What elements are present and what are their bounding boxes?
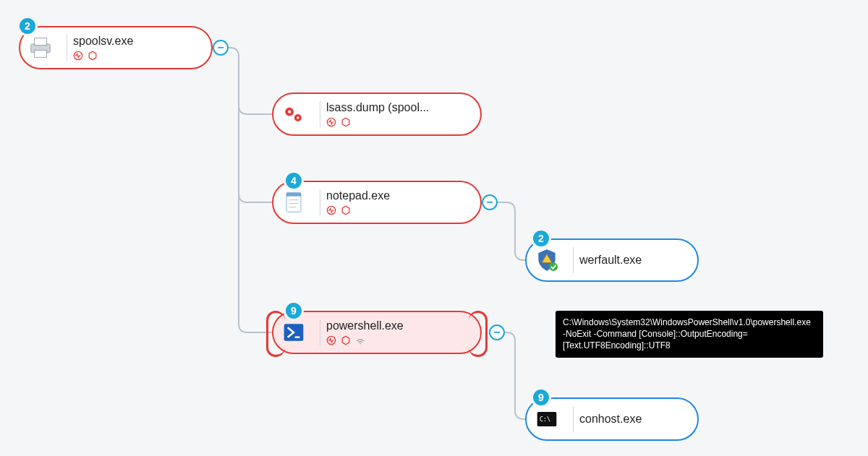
pulse-icon (73, 51, 83, 61)
svg-rect-12 (286, 193, 301, 197)
node-label: notepad.exe (326, 189, 390, 202)
highlight-arc-right-icon (469, 311, 488, 357)
node-conhost[interactable]: C:\ conhost.exe (525, 397, 699, 441)
svg-marker-23 (342, 336, 349, 344)
svg-marker-17 (342, 206, 349, 214)
node-label: powershell.exe (326, 319, 404, 332)
terminal-icon: C:\ (531, 403, 563, 435)
shield-warn-icon (531, 244, 563, 276)
process-tree: spoolsv.exe 2 − lsass.dump (spool... (0, 0, 868, 456)
svg-marker-10 (342, 118, 349, 126)
node-divider (320, 319, 320, 345)
node-notepad[interactable]: notepad.exe (272, 181, 482, 224)
svg-point-8 (297, 116, 299, 119)
node-divider (320, 101, 320, 127)
node-divider (320, 189, 320, 215)
gears-icon (278, 98, 310, 130)
pulse-icon (326, 335, 336, 345)
hex-icon (341, 205, 351, 215)
notepad-icon (278, 186, 310, 218)
indicator-row (326, 335, 404, 345)
badge-werfault: 2 (531, 228, 551, 249)
badge-notepad: 4 (284, 171, 304, 191)
pulse-icon (326, 205, 336, 215)
badge-conhost: 9 (531, 387, 551, 408)
collapse-toggle-powershell[interactable]: − (489, 324, 505, 340)
svg-point-7 (288, 111, 291, 113)
collapse-toggle-spoolsv[interactable]: − (213, 40, 229, 56)
svg-point-19 (549, 262, 558, 271)
highlight-arc-left-icon (266, 311, 285, 357)
svg-point-24 (359, 343, 361, 344)
svg-text:C:\: C:\ (540, 416, 550, 423)
node-divider (67, 35, 67, 61)
node-divider (573, 247, 574, 273)
indicator-row (326, 205, 390, 215)
svg-rect-1 (35, 38, 47, 46)
collapse-toggle-notepad[interactable]: − (482, 194, 498, 210)
pulse-icon (326, 117, 336, 127)
hex-icon (341, 335, 351, 345)
svg-rect-2 (35, 50, 47, 57)
node-divider (573, 406, 574, 432)
badge-spoolsv: 2 (17, 16, 38, 36)
hex-icon (88, 51, 98, 61)
hex-icon (341, 117, 351, 127)
badge-powershell: 9 (284, 301, 304, 321)
node-label: spoolsv.exe (73, 35, 133, 48)
svg-marker-4 (89, 51, 96, 59)
node-spoolsv[interactable]: spoolsv.exe (19, 26, 213, 69)
printer-icon (25, 32, 56, 64)
indicator-row (326, 117, 429, 127)
wifi-icon (355, 335, 365, 345)
node-label: lsass.dump (spool... (326, 101, 429, 114)
node-powershell[interactable]: powershell.exe (272, 311, 482, 354)
indicator-row (73, 51, 133, 61)
node-lsass[interactable]: lsass.dump (spool... (272, 93, 482, 136)
node-label: werfault.exe (579, 254, 642, 267)
command-tooltip: C:\Windows\System32\WindowsPowerShell\v1… (556, 311, 823, 358)
node-werfault[interactable]: werfault.exe (525, 238, 699, 282)
node-label: conhost.exe (579, 413, 642, 426)
